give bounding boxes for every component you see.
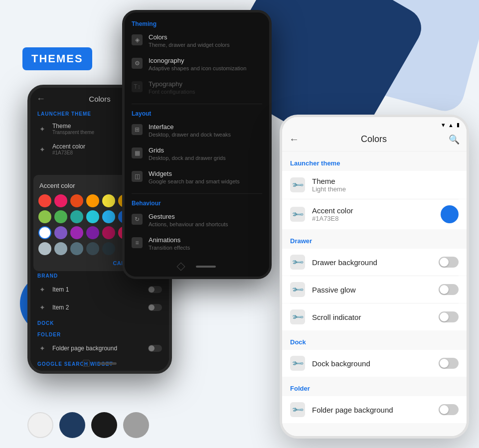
pm-grids-title: Grids	[149, 147, 226, 154]
pm-typography-text: Typography Font configurations	[149, 80, 195, 95]
pm-widgets-item[interactable]: ◫ Widgets Google search bar and smart wi…	[132, 170, 262, 184]
pr-accent-item[interactable]: 🔧 Accent color #1A73E8	[282, 199, 467, 229]
pr-passive-glow-icon: 🔧	[290, 282, 305, 297]
pr-dock-label: Dock	[282, 330, 467, 350]
folder-title: Folder page background	[52, 345, 143, 352]
pr-scroll-indicator-item[interactable]: 🔧 Scroll indicator	[282, 303, 467, 330]
color-orange[interactable]	[86, 194, 99, 207]
color-cyan[interactable]	[86, 210, 99, 223]
pm-typography-title: Typography	[149, 80, 195, 88]
pr-dock-bg-title: Dock background	[312, 359, 432, 368]
pr-drawer-bg-icon: 🔧	[290, 255, 305, 270]
pm-grids-item[interactable]: ▦ Grids Desktop, dock and drawer grids	[132, 147, 262, 161]
pr-folder-bg-item[interactable]: 🔧 Folder page background	[282, 396, 467, 423]
pr-accent-sub: #1A73E8	[312, 215, 434, 222]
pr-passive-glow-item[interactable]: 🔧 Passive glow	[282, 276, 467, 303]
color-purple[interactable]	[70, 226, 83, 239]
color-darkpink[interactable]	[102, 226, 115, 239]
color-green[interactable]	[54, 210, 67, 223]
pm-nav-back[interactable]	[177, 263, 185, 271]
nav-home[interactable]	[99, 362, 117, 365]
color-darkbluegray[interactable]	[86, 242, 99, 255]
toggle-scroll-indicator[interactable]	[439, 311, 459, 322]
toggle-2[interactable]	[148, 304, 162, 311]
color-bluegray3[interactable]	[70, 242, 83, 255]
wrench-icon-1: 🔧	[291, 178, 305, 192]
swatch-black[interactable]	[91, 412, 117, 438]
pm-divider-2	[132, 193, 262, 194]
color-bluegray2[interactable]	[54, 242, 67, 255]
color-deeppurple[interactable]	[54, 226, 67, 239]
color-pink[interactable]	[54, 194, 67, 207]
wrench-icon-7: 🔧	[291, 403, 305, 417]
pm-widgets-text: Widgets Google search bar and smart widg…	[149, 170, 240, 184]
pr-folder-bg-title: Folder page background	[312, 406, 432, 414]
color-charcoal[interactable]	[102, 242, 115, 255]
pm-gestures-item[interactable]: ↻ Gestures Actions, behaviour and shortc…	[132, 213, 262, 227]
color-darkpurple[interactable]	[86, 226, 99, 239]
pm-interface-item[interactable]: ⊞ Interface Desktop, drawer and dock twe…	[132, 123, 262, 138]
pm-nav-home[interactable]	[196, 266, 216, 268]
theme-icon: ✦	[37, 124, 47, 134]
pm-typography-sub: Font configurations	[149, 89, 195, 95]
brand-icon-2: ✦	[37, 302, 47, 312]
pr-dock-bg-item[interactable]: 🔧 Dock background	[282, 350, 467, 377]
pm-iconography-item[interactable]: ⚙ Iconography Adaptive shapes and icon c…	[132, 57, 262, 71]
pr-theme-text: Theme Light theme	[312, 177, 459, 193]
pr-theme-title: Theme	[312, 177, 459, 185]
back-icon[interactable]: ←	[36, 94, 45, 104]
toggle-1[interactable]	[148, 286, 162, 293]
pr-search-button[interactable]: 🔍	[449, 134, 460, 145]
color-red[interactable]	[38, 194, 51, 207]
pl-brand-1: ✦ Item 1	[30, 281, 169, 299]
pl-nav-bar	[30, 360, 169, 367]
battery-icon: ▮	[457, 122, 460, 128]
color-teal[interactable]	[70, 210, 83, 223]
themes-label: THEMES	[22, 47, 92, 70]
pm-colors-item[interactable]: ◈ Colors Theme, drawer and widget colors	[132, 33, 262, 48]
color-deeporange[interactable]	[70, 194, 83, 207]
toggle-passive-glow[interactable]	[439, 284, 459, 295]
pm-screen: Theming ◈ Colors Theme, drawer and widge…	[125, 12, 269, 277]
pr-drawer-bg-item[interactable]: 🔧 Drawer background	[282, 249, 467, 276]
phone-right: ▾ ▲ ▮ ← Colors 🔍 Launcher theme 🔧 Theme …	[280, 115, 469, 439]
color-yellow[interactable]	[102, 194, 115, 207]
accent-color-dot[interactable]	[441, 205, 459, 223]
pm-iconography-text: Iconography Adaptive shapes and icon cus…	[149, 57, 246, 71]
pr-folder-bg-text: Folder page background	[312, 406, 432, 414]
nav-back[interactable]	[83, 360, 90, 367]
pr-drawer-label: Drawer	[282, 229, 467, 249]
toggle-dock-bg[interactable]	[439, 358, 459, 369]
swatch-gray[interactable]	[123, 412, 149, 438]
toggle-folder[interactable]	[148, 345, 162, 352]
pl-folder-item: ✦ Folder page background	[30, 339, 169, 357]
pr-passive-glow-text: Passive glow	[312, 286, 432, 294]
pr-scroll-title: Scroll indicator	[312, 313, 432, 321]
pl-below-popup: BRAND ✦ Item 1 ✦ Item 2 DOCK FOLDER	[30, 269, 169, 371]
color-bluegray[interactable]	[38, 242, 51, 255]
pr-header-title: Colors	[361, 134, 387, 145]
swatch-white[interactable]	[27, 412, 53, 438]
pm-iconography-title: Iconography	[149, 57, 246, 64]
pr-back-button[interactable]: ←	[289, 134, 299, 145]
toggle-folder-bg[interactable]	[439, 404, 459, 415]
pm-gestures-sub: Actions, behaviour and shortcuts	[149, 221, 228, 227]
color-white-selected[interactable]	[38, 226, 51, 239]
pr-scroll-icon: 🔧	[290, 309, 305, 324]
behaviour-label: Behaviour	[132, 200, 262, 207]
pm-animations-item[interactable]: ≡ Animations Transition effects	[132, 236, 262, 251]
grids-icon: ▦	[132, 148, 143, 158]
color-lightgreen[interactable]	[38, 210, 51, 223]
pm-interface-sub: Desktop, drawer and dock tweaks	[149, 132, 231, 138]
animations-icon: ≡	[132, 237, 143, 248]
pr-accent-title: Accent color	[312, 206, 434, 215]
signal-icon: ▲	[448, 122, 454, 128]
toggle-drawer-bg[interactable]	[439, 257, 459, 268]
brand-icon-1: ✦	[37, 285, 47, 295]
wrench-icon-5: 🔧	[291, 310, 305, 324]
gestures-icon: ↻	[132, 214, 143, 225]
swatch-darkblue[interactable]	[59, 412, 85, 438]
color-lightblue[interactable]	[102, 210, 115, 223]
folder-icon: ✦	[37, 343, 47, 353]
pr-theme-item[interactable]: 🔧 Theme Light theme	[282, 171, 467, 199]
